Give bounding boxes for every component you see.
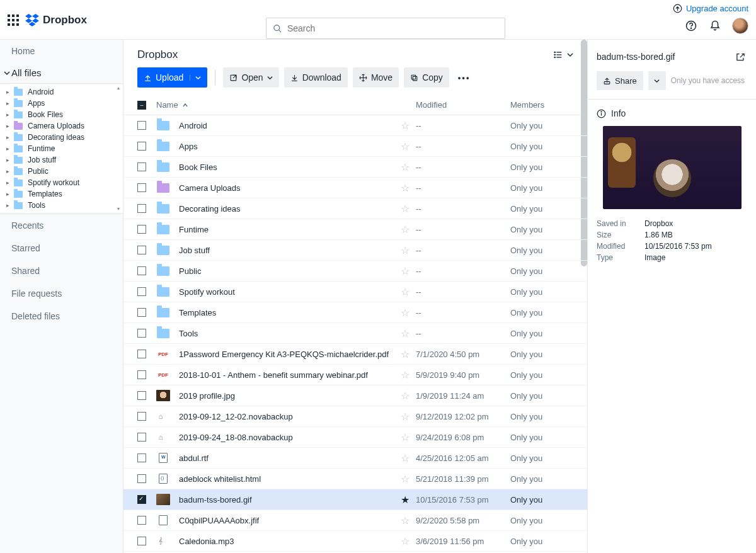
- column-header-members[interactable]: Members: [510, 100, 573, 110]
- file-name[interactable]: 1Password Emergency Kit A3-PEQKQS-michae…: [179, 350, 389, 359]
- tree-scroll-down[interactable]: ▾: [115, 206, 122, 212]
- star-icon[interactable]: ☆: [401, 349, 410, 360]
- download-button[interactable]: Download: [284, 67, 348, 88]
- tree-item[interactable]: ▸Tools: [0, 200, 123, 211]
- nav-all-files[interactable]: All files: [0, 62, 123, 83]
- star-icon[interactable]: ☆: [401, 328, 410, 339]
- brand-logo[interactable]: Dropbox: [25, 14, 87, 26]
- tree-item[interactable]: ▸Spotify workout: [0, 177, 123, 188]
- column-header-name[interactable]: Name: [154, 100, 394, 110]
- table-row[interactable]: PDF2018-10-01 - Anthem - benefit summary…: [123, 365, 587, 385]
- star-icon[interactable]: ☆: [401, 141, 410, 152]
- info-header[interactable]: Info: [597, 108, 747, 118]
- nav-home[interactable]: Home: [0, 40, 123, 62]
- star-icon[interactable]: ☆: [401, 287, 410, 297]
- file-name[interactable]: Camera Uploads: [179, 183, 241, 193]
- file-name[interactable]: Tools: [179, 329, 198, 338]
- tree-item[interactable]: ▸Funtime: [0, 143, 123, 154]
- star-icon[interactable]: ☆: [401, 515, 410, 526]
- nav-recents[interactable]: Recents: [0, 214, 123, 237]
- star-icon[interactable]: ☆: [401, 370, 410, 380]
- table-row[interactable]: Decorating ideas☆--Only you: [123, 198, 587, 219]
- file-name[interactable]: Funtime: [179, 225, 209, 234]
- row-checkbox[interactable]: [137, 350, 146, 358]
- file-name[interactable]: Apps: [179, 142, 198, 151]
- table-row[interactable]: 2019-09-12_12-02.novabackup☆9/12/2019 12…: [123, 406, 587, 427]
- star-icon[interactable]: ★: [401, 494, 410, 505]
- row-checkbox[interactable]: [137, 370, 146, 379]
- table-row[interactable]: Apps☆--Only you: [123, 136, 587, 157]
- table-row[interactable]: C0qbilPUAAAAobx.jfif☆9/2/2020 5:58 pmOnl…: [123, 510, 587, 531]
- row-checkbox[interactable]: [137, 266, 146, 275]
- tree-item[interactable]: ▸Apps: [0, 98, 123, 109]
- account-avatar[interactable]: [732, 18, 748, 34]
- share-dropdown[interactable]: [648, 71, 666, 90]
- tree-item[interactable]: ▸Job stuff: [0, 154, 123, 166]
- file-name[interactable]: 2018-10-01 - Anthem - benefit summary we…: [179, 370, 368, 380]
- star-icon[interactable]: ☆: [401, 536, 410, 547]
- table-row[interactable]: Public☆--Only you: [123, 261, 587, 282]
- upload-caret[interactable]: [190, 75, 201, 81]
- upgrade-account-link[interactable]: Upgrade account: [686, 4, 748, 13]
- file-name[interactable]: C0qbilPUAAAAobx.jfif: [179, 516, 259, 525]
- file-name[interactable]: Public: [179, 266, 201, 276]
- row-checkbox[interactable]: [137, 183, 146, 192]
- table-row[interactable]: 2019 profile.jpg☆1/9/2019 11:24 amOnly y…: [123, 385, 587, 406]
- table-row[interactable]: Templates☆--Only you: [123, 302, 587, 323]
- star-icon[interactable]: ☆: [401, 411, 410, 422]
- row-checkbox[interactable]: [137, 474, 146, 483]
- nav-deleted-files[interactable]: Deleted files: [0, 305, 123, 328]
- row-checkbox[interactable]: [137, 121, 146, 130]
- table-row[interactable]: PDF1Password Emergency Kit A3-PEQKQS-mic…: [123, 344, 587, 365]
- file-name[interactable]: Templates: [179, 308, 216, 317]
- tree-item[interactable]: ▸Decorating ideas: [0, 132, 123, 143]
- open-button[interactable]: Open: [223, 67, 278, 88]
- row-checkbox[interactable]: [137, 246, 146, 254]
- file-name[interactable]: 2019 profile.jpg: [179, 391, 235, 401]
- row-checkbox[interactable]: [137, 453, 146, 462]
- more-actions-button[interactable]: •••: [454, 73, 474, 83]
- file-name[interactable]: abdul.rtf: [179, 453, 209, 463]
- star-icon[interactable]: ☆: [401, 203, 410, 214]
- table-row[interactable]: badum-tss-bored.gif★10/15/2016 7:53 pmOn…: [123, 489, 587, 510]
- tree-item[interactable]: ▸Camera Uploads: [0, 120, 123, 132]
- file-name[interactable]: badum-tss-bored.gif: [179, 495, 252, 505]
- file-name[interactable]: Spotify workout: [179, 287, 235, 297]
- row-checkbox[interactable]: [137, 537, 146, 545]
- star-icon[interactable]: ☆: [401, 266, 410, 276]
- tree-item[interactable]: ▸Book Files: [0, 109, 123, 120]
- share-button[interactable]: Share: [597, 71, 643, 90]
- breadcrumb[interactable]: Dropbox: [137, 48, 178, 61]
- tree-scroll-up[interactable]: ▴: [115, 85, 122, 91]
- row-checkbox[interactable]: [137, 412, 146, 421]
- file-name[interactable]: Book Files: [179, 162, 217, 172]
- help-icon[interactable]: [684, 19, 698, 33]
- table-row[interactable]: Spotify workout☆--Only you: [123, 282, 587, 302]
- nav-starred[interactable]: Starred: [0, 237, 123, 259]
- table-row[interactable]: Book Files☆--Only you: [123, 157, 587, 178]
- open-in-new-icon[interactable]: [733, 50, 747, 64]
- table-row[interactable]: Tools☆--Only you: [123, 323, 587, 344]
- table-row[interactable]: adeblock whitelist.html☆5/21/2018 11:39 …: [123, 469, 587, 489]
- star-icon[interactable]: ☆: [401, 120, 410, 131]
- table-row[interactable]: Camera Uploads☆--Only you: [123, 178, 587, 198]
- row-checkbox[interactable]: [137, 204, 146, 213]
- select-all-checkbox[interactable]: –: [137, 101, 146, 110]
- table-row[interactable]: Caledonia.mp3☆3/6/2019 11:56 pmOnly you: [123, 531, 587, 552]
- upload-button[interactable]: Upload: [137, 67, 207, 88]
- star-icon[interactable]: ☆: [401, 245, 410, 256]
- file-name[interactable]: 2019-09-24_18-08.novabackup: [179, 433, 293, 442]
- star-icon[interactable]: ☆: [401, 474, 410, 484]
- row-checkbox[interactable]: [137, 495, 146, 504]
- star-icon[interactable]: ☆: [401, 453, 410, 464]
- star-icon[interactable]: ☆: [401, 391, 410, 401]
- file-name[interactable]: 2019-09-12_12-02.novabackup: [179, 412, 293, 421]
- nav-shared[interactable]: Shared: [0, 259, 123, 282]
- row-checkbox[interactable]: [137, 162, 146, 171]
- row-checkbox[interactable]: [137, 308, 146, 317]
- star-icon[interactable]: ☆: [401, 224, 410, 235]
- tree-item[interactable]: ▸Public: [0, 166, 123, 177]
- notifications-icon[interactable]: [708, 19, 722, 33]
- table-row[interactable]: abdul.rtf☆4/25/2016 12:05 amOnly you: [123, 448, 587, 469]
- row-checkbox[interactable]: [137, 433, 146, 442]
